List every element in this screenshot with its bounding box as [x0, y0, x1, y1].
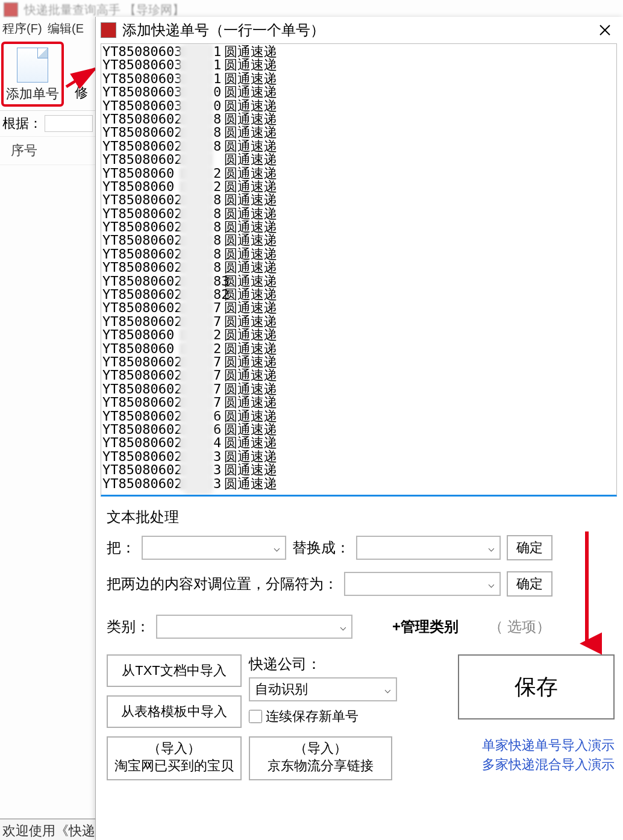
dialog-titlebar: 添加快递单号（一行一个单号） — [96, 17, 623, 43]
redaction-overlay — [181, 44, 216, 495]
continuous-save-label: 连续保存新单号 — [266, 707, 358, 726]
swap-label: 把两边的内容对调位置，分隔符为： — [107, 574, 338, 594]
menu-edit[interactable]: 编辑(E — [48, 22, 84, 35]
bottom-controls: 从TXT文档中导入 快递公司： 自动识别 连续保存新单号 保存 从表格模板中导入… — [107, 654, 615, 780]
menu-program[interactable]: 程序(F) — [2, 22, 42, 35]
add-tracking-label: 添加单号 — [6, 85, 59, 103]
tracking-row: YT850806028圆通速递 — [102, 221, 615, 234]
close-icon — [599, 24, 611, 36]
tracking-row: YT850806028圆通速递 — [102, 248, 615, 261]
tracking-row: YT850806031圆通速递 — [102, 45, 615, 58]
status-text: 欢迎使用《快递 — [2, 823, 95, 838]
tracking-row: YT850806027圆通速递 — [102, 301, 615, 315]
batch-section: 文本批处理 把： 替换成： 确定 把两边的内容对调位置，分隔符为： 确定 类别：… — [107, 507, 615, 639]
filter-input[interactable] — [45, 115, 93, 132]
tracking-row: YT850806023圆通速递 — [102, 450, 615, 463]
tracking-row: YT8508060282圆通速递 — [102, 288, 615, 301]
tracking-row: YT850806028圆通速递 — [102, 261, 615, 274]
tracking-row: YT850806028圆通速递 — [102, 234, 615, 247]
tracking-row: YT850806027圆通速递 — [102, 315, 615, 328]
courier-label: 快递公司： — [249, 654, 405, 674]
tracking-row: YT8508060283圆通速递 — [102, 275, 615, 288]
tracking-row: YT850806027圆通速递 — [102, 369, 615, 382]
add-tracking-dialog: 添加快递单号（一行一个单号） YT850806031圆通速递YT85080603… — [95, 17, 623, 840]
tracking-row: YT850806023圆通速递 — [102, 463, 615, 477]
app-icon — [4, 2, 18, 17]
tracking-row: YT850806028圆通速递 — [102, 207, 615, 221]
tracking-row: YT850806027圆通速递 — [102, 396, 615, 409]
replace-from-label: 把： — [107, 538, 136, 557]
tracking-row: YT850806030圆通速递 — [102, 99, 615, 113]
courier-combo[interactable]: 自动识别 — [249, 677, 397, 701]
swap-delim-combo[interactable] — [344, 572, 501, 596]
tracking-row: YT850806027圆通速递 — [102, 383, 615, 396]
tracking-textarea[interactable]: YT850806031圆通速递YT850806031圆通速递YT85080603… — [101, 43, 617, 497]
category-label: 类别： — [107, 617, 150, 636]
tracking-row: YT850806024圆通速递 — [102, 436, 615, 450]
tracking-row: YT85080602圆通速递 — [102, 328, 615, 342]
batch-title: 文本批处理 — [107, 507, 615, 527]
document-icon — [17, 48, 48, 83]
tracking-row: YT850806023圆通速递 — [102, 477, 615, 491]
tracking-row: YT850806027圆通速递 — [102, 356, 615, 369]
import-txt-button[interactable]: 从TXT文档中导入 — [107, 654, 242, 687]
tracking-row: YT850806028圆通速递 — [102, 140, 615, 153]
close-button[interactable] — [592, 19, 618, 41]
replace-to-combo[interactable] — [356, 536, 501, 560]
import-taobao-button[interactable]: （导入） 淘宝网已买到的宝贝 — [107, 736, 242, 780]
replace-from-combo[interactable] — [142, 536, 286, 560]
continuous-save-row[interactable]: 连续保存新单号 — [249, 707, 405, 726]
demo-single-link[interactable]: 单家快递单号导入演示 — [482, 736, 615, 754]
swap-confirm-button[interactable]: 确定 — [507, 571, 553, 597]
dialog-icon — [101, 22, 116, 38]
save-button[interactable]: 保存 — [458, 654, 615, 719]
main-title: 快递批量查询高手 【导珍网】 — [24, 2, 184, 18]
tracking-row: YT850806026圆通速递 — [102, 423, 615, 436]
tracking-row: YT850806026圆通速递 — [102, 410, 615, 423]
tracking-row: YT850806028圆通速递 — [102, 193, 615, 207]
tracking-row: YT850806031圆通速递 — [102, 72, 615, 86]
add-tracking-button[interactable]: 添加单号 — [1, 42, 64, 107]
tracking-row: YT850806030圆通速递 — [102, 86, 615, 99]
tracking-row: YT85080602圆通速递 — [102, 153, 615, 166]
import-template-button[interactable]: 从表格模板中导入 — [107, 695, 242, 728]
modify-button-partial[interactable]: 修 — [75, 84, 88, 102]
tracking-row: YT85080602圆通速递 — [102, 342, 615, 356]
tracking-row: YT850806031圆通速递 — [102, 58, 615, 72]
replace-confirm-button[interactable]: 确定 — [507, 535, 553, 560]
continuous-save-checkbox[interactable] — [249, 710, 262, 723]
import-jd-button[interactable]: （导入） 京东物流分享链接 — [249, 736, 392, 780]
tracking-row: YT850806028圆通速递 — [102, 126, 615, 139]
tracking-row: YT85080602圆通速递 — [102, 180, 615, 193]
manage-category-link[interactable]: +管理类别 — [392, 617, 459, 636]
demo-multi-link[interactable]: 多家快递混合导入演示 — [482, 756, 615, 774]
tracking-row: YT850806028圆通速递 — [102, 113, 615, 126]
dialog-title: 添加快递单号（一行一个单号） — [122, 20, 592, 40]
category-combo[interactable] — [156, 615, 352, 639]
filter-label: 根据： — [2, 114, 42, 133]
col-seq: 序号 — [11, 143, 37, 158]
replace-to-label: 替换成： — [292, 538, 350, 557]
tracking-row: YT85080602圆通速递 — [102, 167, 615, 180]
optional-hint: （ 选项） — [489, 617, 551, 636]
